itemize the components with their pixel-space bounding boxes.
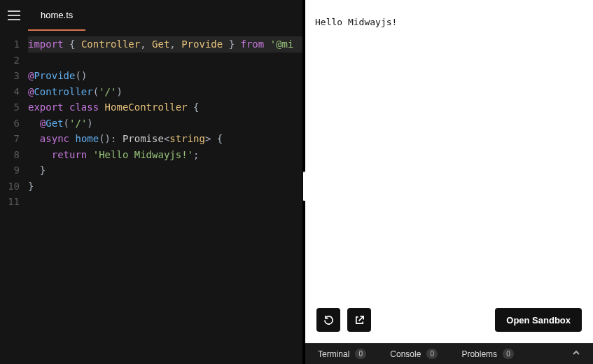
preview-toolbar: Open Sandbox — [305, 308, 593, 340]
preview-pane: Hello Midwayjs! Open Sandbox Terminal 0 … — [305, 0, 593, 364]
open-external-icon[interactable] — [347, 308, 371, 332]
tab-terminal[interactable]: Terminal 0 — [318, 349, 366, 359]
tab-problems-label: Problems — [461, 349, 497, 359]
tab-terminal-label: Terminal — [318, 349, 349, 359]
editor-pane: home.ts 1234567891011 import { Controlle… — [0, 0, 302, 364]
code-editor[interactable]: 1234567891011 import { Controller, Get, … — [0, 31, 302, 364]
bottom-panel-tabs: Terminal 0 Console 0 Problems 0 — [305, 343, 593, 364]
line-gutter: 1234567891011 — [0, 31, 25, 364]
tab-bar: home.ts — [0, 0, 302, 31]
reload-icon[interactable] — [316, 308, 340, 332]
preview-output: Hello Midwayjs! — [305, 0, 593, 343]
tab-problems-badge: 0 — [503, 349, 514, 359]
tab-console-badge: 0 — [426, 349, 438, 359]
open-sandbox-button[interactable]: Open Sandbox — [495, 308, 582, 332]
tab-problems[interactable]: Problems 0 — [461, 349, 514, 359]
code-lines[interactable]: import { Controller, Get, Provide } from… — [25, 31, 302, 364]
tab-home-ts[interactable]: home.ts — [28, 0, 85, 31]
tab-terminal-badge: 0 — [355, 349, 366, 359]
chevron-up-icon[interactable] — [572, 349, 580, 359]
tab-console-label: Console — [390, 349, 421, 359]
tab-console[interactable]: Console 0 — [390, 349, 438, 359]
menu-icon[interactable] — [0, 0, 28, 31]
